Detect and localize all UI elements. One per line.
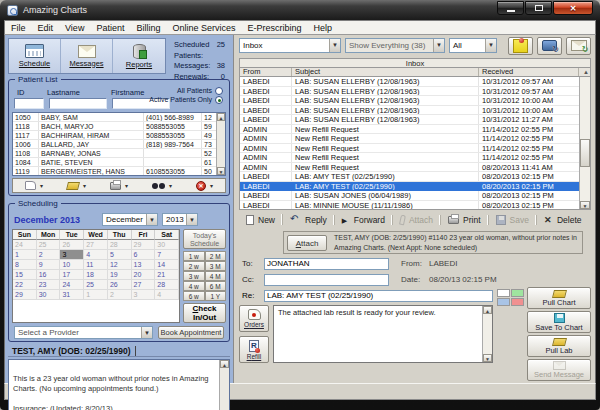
calendar-day[interactable]: 3 (60, 250, 84, 260)
left-toolbar-button[interactable]: Schedule (9, 39, 61, 73)
message-toolbar-button[interactable]: Save (488, 215, 536, 225)
swatch-blue[interactable] (497, 298, 510, 306)
message-action-button[interactable]: Pull Lab (527, 335, 591, 357)
inbox-row[interactable]: LABEDI LAB: SUSAN ELLERBY (12/08/1963) 1… (240, 115, 579, 125)
calendar-day[interactable]: 8 (13, 260, 37, 270)
range-button[interactable]: 3 M (205, 261, 226, 271)
swatch-green[interactable] (511, 289, 524, 297)
inbox-row[interactable]: LABEDI LAB: SUSAN ELLERBY (12/08/1963) 1… (240, 77, 579, 87)
inbox-row[interactable]: ADMIN New Refill Request 08/20/2013 11:4… (240, 163, 579, 173)
provider-select[interactable]: Select a Provider▼ (14, 326, 153, 339)
calendar-day[interactable]: 24 (13, 240, 37, 250)
month-select[interactable]: December▼ (102, 213, 158, 226)
subject-column-header[interactable]: Subject (292, 68, 479, 76)
calendar-day[interactable]: 14 (155, 260, 179, 270)
patient-row[interactable]: 1050 BABY, SAM (401) 566-8989 12 (13, 113, 216, 122)
book-appointment-button[interactable]: Book Appointment (158, 326, 224, 339)
re-input[interactable] (264, 290, 493, 302)
calendar-day[interactable]: 17 (60, 270, 84, 280)
patient-toolbar-button[interactable]: ▾ (152, 182, 172, 190)
inbox-row[interactable]: LABEDI LAB: AMY TEST (02/25/1990) 08/20/… (240, 172, 579, 182)
calendar-day[interactable]: 6 (132, 250, 156, 260)
calendar-day[interactable]: 12 (108, 260, 132, 270)
menu-item[interactable]: Patient (90, 23, 130, 33)
calendar-day[interactable]: 29 (13, 290, 37, 300)
check-in-out-button[interactable]: Check In/Out (183, 303, 226, 323)
scroll-up-icon[interactable]: ▲ (217, 113, 225, 121)
inbox-row[interactable]: ADMIN New Refill Request 11/14/2012 02:5… (240, 153, 579, 163)
range-button[interactable]: 6 w (183, 291, 204, 301)
calendar-day[interactable]: 5 (108, 250, 132, 260)
inbox-row[interactable]: ADMIN New Refill Request 11/14/2012 02:5… (240, 125, 579, 135)
patient-row[interactable]: 1117 BACHHIRAM, HIRAM 5088553055 49 (13, 131, 216, 140)
message-toolbar-button[interactable]: Forward (334, 215, 392, 225)
patient-row[interactable]: 1108 BARNABY, JONAS 52 (13, 149, 216, 158)
message-side-button[interactable]: Refill (239, 336, 269, 363)
calendar-day[interactable]: 31 (60, 290, 84, 300)
dropdown-arrow-icon[interactable]: ▾ (125, 182, 128, 189)
patient-row[interactable]: 1118 BACH, MARYJO 5088553055 59 (13, 122, 216, 131)
calendar-day[interactable]: 20 (132, 270, 156, 280)
calendar-day[interactable]: 23 (37, 280, 61, 290)
swatch-white[interactable] (497, 289, 510, 297)
calendar-day[interactable]: 21 (155, 270, 179, 280)
patient-toolbar-button[interactable]: ▾ (110, 182, 128, 190)
inbox-row[interactable]: LABEDI LAB: SUSAN ELLERBY (12/08/1963) 1… (240, 106, 579, 116)
inbox-header-button[interactable] (566, 37, 591, 55)
calendar-day[interactable]: 2 (108, 290, 132, 300)
scroll-down-icon[interactable]: ▼ (217, 167, 225, 175)
filter-select[interactable]: Show Everything (38)▼ (345, 38, 445, 53)
chevron-down-icon[interactable]: ▼ (329, 39, 340, 52)
received-column-header[interactable]: Received (479, 68, 579, 76)
menu-item[interactable]: File (5, 23, 32, 33)
dropdown-arrow-icon[interactable]: ▾ (169, 182, 172, 189)
calendar-day[interactable]: 11 (84, 260, 108, 270)
close-button[interactable] (553, 1, 593, 15)
calendar-day[interactable]: 25 (84, 280, 108, 290)
calendar-day[interactable]: 16 (37, 270, 61, 280)
chevron-down-icon[interactable]: ▼ (141, 327, 152, 338)
calendar-day[interactable]: 26 (108, 280, 132, 290)
calendar-day[interactable]: 29 (132, 240, 156, 250)
message-action-button[interactable]: Send Message (527, 359, 591, 381)
calendar-day[interactable]: 4 (155, 290, 179, 300)
range-button[interactable]: 1 w (183, 251, 204, 261)
left-toolbar-button[interactable]: Reports (113, 39, 165, 73)
message-action-button[interactable]: Save To Chart (527, 311, 591, 333)
range-button[interactable]: 4 M (205, 271, 226, 281)
calendar-day[interactable]: 9 (37, 260, 61, 270)
calendar-day[interactable]: 25 (37, 240, 61, 250)
chevron-down-icon[interactable]: ▼ (485, 39, 496, 52)
left-toolbar-button[interactable]: Messages (61, 39, 113, 73)
attach-button[interactable]: Attach (287, 235, 327, 251)
calendar-day[interactable]: 13 (132, 260, 156, 270)
patient-toolbar-button[interactable]: ▾ (25, 181, 43, 190)
message-body[interactable]: The attached lab result is ready for you… (273, 305, 493, 363)
chevron-down-icon[interactable]: ▼ (433, 39, 444, 52)
inbox-row[interactable]: LABEDI LAB: MINNIE MOUSE (11/11/1986) 08… (240, 201, 579, 210)
menu-item[interactable]: Help (308, 23, 339, 33)
scope-select[interactable]: All▼ (449, 38, 497, 53)
menu-item[interactable]: Edit (32, 23, 60, 33)
patient-id-filter-input[interactable] (14, 98, 44, 109)
inbox-scrollbar[interactable]: ▼ (579, 77, 590, 209)
calendar-day[interactable]: 24 (60, 280, 84, 290)
swatch-red[interactable] (511, 298, 524, 306)
todays-schedule-button[interactable]: Today's Schedule (183, 229, 226, 249)
patient-toolbar-button[interactable]: ▾ (196, 181, 213, 191)
dropdown-arrow-icon[interactable]: ▾ (83, 182, 86, 189)
calendar-day[interactable]: 27 (132, 280, 156, 290)
summary-scrollbar[interactable]: ▲ ▼ (219, 360, 229, 410)
active-patients-radio[interactable] (215, 96, 223, 104)
scroll-down-icon[interactable]: ▼ (580, 201, 590, 209)
message-body-scrollbar[interactable]: ▲ ▼ (482, 306, 492, 362)
calendar-day[interactable]: 26 (60, 240, 84, 250)
menu-item[interactable]: View (59, 23, 90, 33)
calendar-day[interactable]: 22 (13, 280, 37, 290)
range-button[interactable]: 3 w (183, 271, 204, 281)
range-button[interactable]: 2 M (205, 251, 226, 261)
to-input[interactable] (264, 258, 389, 270)
patient-toolbar-button[interactable]: ▾ (67, 182, 86, 190)
maximize-button[interactable] (525, 1, 552, 15)
patient-preview-tab[interactable]: TEST, AMY (DOB: 02/25/1990) (8, 346, 230, 357)
